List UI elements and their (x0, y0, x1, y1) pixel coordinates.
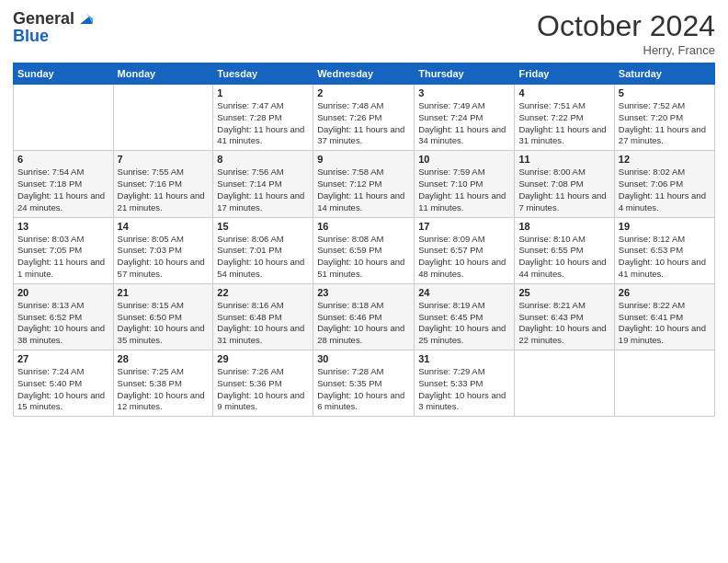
day-number: 29 (217, 353, 309, 364)
day-number: 23 (317, 287, 410, 298)
day-number: 22 (217, 287, 309, 298)
day-detail: Sunrise: 7:49 AM Sunset: 7:24 PM Dayligh… (418, 100, 510, 147)
calendar-cell: 24Sunrise: 8:19 AM Sunset: 6:45 PM Dayli… (415, 283, 515, 350)
weekday-header: Saturday (614, 63, 714, 85)
day-number: 8 (217, 154, 309, 165)
day-number: 20 (17, 287, 109, 298)
day-number: 2 (317, 87, 410, 98)
day-detail: Sunrise: 8:12 AM Sunset: 6:53 PM Dayligh… (619, 234, 711, 281)
day-number: 28 (118, 353, 210, 364)
calendar-cell: 3Sunrise: 7:49 AM Sunset: 7:24 PM Daylig… (415, 85, 515, 151)
calendar-cell: 30Sunrise: 7:28 AM Sunset: 5:35 PM Dayli… (313, 350, 415, 417)
logo-general: General (13, 9, 74, 29)
calendar-cell: 4Sunrise: 7:51 AM Sunset: 7:22 PM Daylig… (515, 85, 614, 151)
page-container: General Blue October 2024 Herry, France … (0, 0, 728, 563)
calendar-cell: 12Sunrise: 8:02 AM Sunset: 7:06 PM Dayli… (614, 151, 714, 217)
calendar-cell: 8Sunrise: 7:56 AM Sunset: 7:14 PM Daylig… (213, 151, 313, 217)
calendar-cell (515, 350, 614, 417)
day-detail: Sunrise: 7:51 AM Sunset: 7:22 PM Dayligh… (518, 100, 609, 147)
logo-icon (76, 9, 95, 28)
calendar-cell (113, 85, 213, 151)
day-detail: Sunrise: 8:21 AM Sunset: 6:43 PM Dayligh… (518, 300, 609, 347)
calendar-cell (14, 85, 114, 151)
day-detail: Sunrise: 8:18 AM Sunset: 6:46 PM Dayligh… (317, 300, 410, 347)
day-detail: Sunrise: 7:47 AM Sunset: 7:28 PM Dayligh… (217, 100, 309, 147)
day-number: 31 (418, 353, 510, 364)
day-detail: Sunrise: 7:26 AM Sunset: 5:36 PM Dayligh… (217, 366, 309, 413)
day-detail: Sunrise: 7:58 AM Sunset: 7:12 PM Dayligh… (317, 167, 410, 213)
day-number: 26 (619, 287, 711, 298)
day-detail: Sunrise: 8:15 AM Sunset: 6:50 PM Dayligh… (118, 300, 210, 347)
day-number: 11 (518, 154, 609, 165)
calendar-week-row: 20Sunrise: 8:13 AM Sunset: 6:52 PM Dayli… (14, 283, 715, 350)
calendar-cell: 18Sunrise: 8:10 AM Sunset: 6:55 PM Dayli… (515, 217, 614, 283)
calendar-header-row: SundayMondayTuesdayWednesdayThursdayFrid… (14, 63, 715, 85)
day-number: 18 (518, 221, 609, 232)
day-number: 4 (518, 87, 609, 98)
weekday-header: Sunday (14, 63, 114, 85)
calendar-cell: 13Sunrise: 8:03 AM Sunset: 7:05 PM Dayli… (14, 217, 114, 283)
day-number: 17 (418, 221, 510, 232)
day-number: 19 (619, 221, 711, 232)
day-detail: Sunrise: 8:06 AM Sunset: 7:01 PM Dayligh… (217, 234, 309, 281)
day-detail: Sunrise: 7:52 AM Sunset: 7:20 PM Dayligh… (619, 100, 711, 147)
calendar-cell: 25Sunrise: 8:21 AM Sunset: 6:43 PM Dayli… (515, 283, 614, 350)
day-detail: Sunrise: 8:08 AM Sunset: 6:59 PM Dayligh… (317, 234, 410, 281)
day-detail: Sunrise: 7:48 AM Sunset: 7:26 PM Dayligh… (317, 100, 410, 147)
calendar-table: SundayMondayTuesdayWednesdayThursdayFrid… (13, 63, 715, 417)
day-detail: Sunrise: 7:59 AM Sunset: 7:10 PM Dayligh… (418, 167, 510, 213)
calendar-cell: 14Sunrise: 8:05 AM Sunset: 7:03 PM Dayli… (113, 217, 213, 283)
calendar-cell: 19Sunrise: 8:12 AM Sunset: 6:53 PM Dayli… (614, 217, 714, 283)
day-detail: Sunrise: 8:00 AM Sunset: 7:08 PM Dayligh… (518, 167, 609, 213)
location: Herry, France (537, 43, 715, 57)
logo: General Blue (13, 9, 95, 46)
day-detail: Sunrise: 8:19 AM Sunset: 6:45 PM Dayligh… (418, 300, 510, 347)
calendar-week-row: 6Sunrise: 7:54 AM Sunset: 7:18 PM Daylig… (14, 151, 715, 217)
day-number: 5 (619, 87, 711, 98)
day-detail: Sunrise: 7:54 AM Sunset: 7:18 PM Dayligh… (17, 167, 109, 213)
calendar-cell: 21Sunrise: 8:15 AM Sunset: 6:50 PM Dayli… (113, 283, 213, 350)
calendar-cell (614, 350, 714, 417)
weekday-header: Friday (515, 63, 614, 85)
day-detail: Sunrise: 8:02 AM Sunset: 7:06 PM Dayligh… (619, 167, 711, 213)
day-detail: Sunrise: 7:25 AM Sunset: 5:38 PM Dayligh… (118, 366, 210, 413)
header: General Blue October 2024 Herry, France (13, 9, 715, 57)
calendar-cell: 1Sunrise: 7:47 AM Sunset: 7:28 PM Daylig… (213, 85, 313, 151)
weekday-header: Wednesday (313, 63, 415, 85)
day-number: 27 (17, 353, 109, 364)
day-number: 30 (317, 353, 410, 364)
calendar-cell: 10Sunrise: 7:59 AM Sunset: 7:10 PM Dayli… (415, 151, 515, 217)
day-number: 14 (118, 221, 210, 232)
calendar-cell: 7Sunrise: 7:55 AM Sunset: 7:16 PM Daylig… (113, 151, 213, 217)
day-number: 25 (518, 287, 609, 298)
calendar-week-row: 27Sunrise: 7:24 AM Sunset: 5:40 PM Dayli… (14, 350, 715, 417)
calendar-cell: 29Sunrise: 7:26 AM Sunset: 5:36 PM Dayli… (213, 350, 313, 417)
day-number: 21 (118, 287, 210, 298)
day-detail: Sunrise: 8:09 AM Sunset: 6:57 PM Dayligh… (418, 234, 510, 281)
day-detail: Sunrise: 8:03 AM Sunset: 7:05 PM Dayligh… (17, 234, 109, 281)
day-number: 16 (317, 221, 410, 232)
day-number: 9 (317, 154, 410, 165)
logo-blue: Blue (13, 27, 95, 46)
title-block: October 2024 Herry, France (537, 9, 715, 57)
day-detail: Sunrise: 8:22 AM Sunset: 6:41 PM Dayligh… (619, 300, 711, 347)
day-number: 1 (217, 87, 309, 98)
calendar-cell: 9Sunrise: 7:58 AM Sunset: 7:12 PM Daylig… (313, 151, 415, 217)
day-detail: Sunrise: 7:56 AM Sunset: 7:14 PM Dayligh… (217, 167, 309, 213)
calendar-cell: 6Sunrise: 7:54 AM Sunset: 7:18 PM Daylig… (14, 151, 114, 217)
month-title: October 2024 (537, 9, 715, 43)
calendar-cell: 16Sunrise: 8:08 AM Sunset: 6:59 PM Dayli… (313, 217, 415, 283)
day-detail: Sunrise: 8:10 AM Sunset: 6:55 PM Dayligh… (518, 234, 609, 281)
day-number: 15 (217, 221, 309, 232)
weekday-header: Thursday (415, 63, 515, 85)
day-detail: Sunrise: 7:28 AM Sunset: 5:35 PM Dayligh… (317, 366, 410, 413)
calendar-week-row: 13Sunrise: 8:03 AM Sunset: 7:05 PM Dayli… (14, 217, 715, 283)
calendar-cell: 26Sunrise: 8:22 AM Sunset: 6:41 PM Dayli… (614, 283, 714, 350)
day-number: 24 (418, 287, 510, 298)
day-number: 10 (418, 154, 510, 165)
day-detail: Sunrise: 8:13 AM Sunset: 6:52 PM Dayligh… (17, 300, 109, 347)
calendar-cell: 31Sunrise: 7:29 AM Sunset: 5:33 PM Dayli… (415, 350, 515, 417)
day-detail: Sunrise: 8:05 AM Sunset: 7:03 PM Dayligh… (118, 234, 210, 281)
calendar-cell: 2Sunrise: 7:48 AM Sunset: 7:26 PM Daylig… (313, 85, 415, 151)
day-detail: Sunrise: 7:24 AM Sunset: 5:40 PM Dayligh… (17, 366, 109, 413)
